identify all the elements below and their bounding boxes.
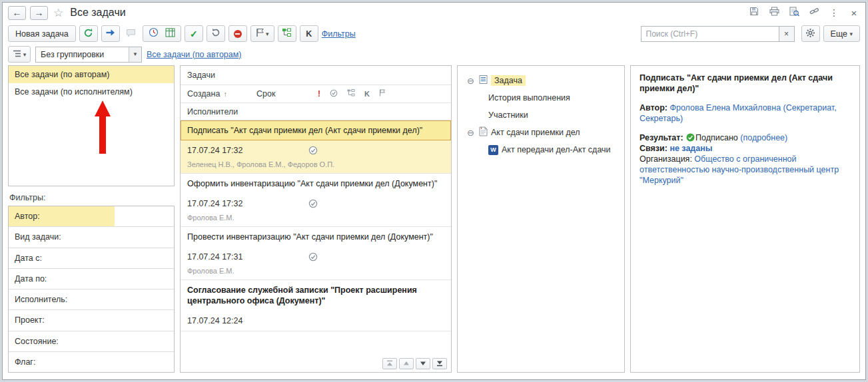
go-up-icon — [403, 359, 410, 369]
view-item-by-authors[interactable]: Все задачи (по авторам) — [9, 66, 174, 83]
link-button[interactable] — [808, 7, 820, 19]
structure-panel: ⊖ Задача История выполнения Участники ⊖ … — [457, 65, 625, 373]
complete-button[interactable]: ✓ — [185, 25, 203, 42]
grouping-select[interactable]: Без группировки ▼ — [35, 47, 142, 63]
window-actions: ⋮ × — [748, 7, 860, 19]
filters-link[interactable]: Фильтры — [322, 29, 356, 39]
filter-date-to[interactable]: Дата по: — [9, 269, 174, 289]
clear-search-button[interactable]: × — [779, 26, 795, 42]
printer-icon — [769, 7, 779, 19]
tree-item-file[interactable]: W Акт передачи дел-Акт сдачи — [462, 141, 620, 158]
reports-button[interactable] — [165, 28, 175, 40]
hierarchy-button[interactable] — [278, 25, 296, 42]
redirect-button[interactable] — [101, 25, 120, 42]
search-input[interactable] — [641, 26, 779, 42]
task-date-row[interactable]: 17.07.24 17:32 — [181, 194, 451, 214]
forward-button[interactable]: → — [30, 6, 48, 20]
filter-author[interactable]: Автор: — [9, 206, 174, 227]
restart-button[interactable] — [207, 25, 225, 42]
organization-label: Организация: — [640, 154, 692, 164]
column-created[interactable]: Создана ↑ — [187, 89, 256, 98]
stop-button[interactable] — [228, 25, 247, 42]
view-item-by-executors[interactable]: Все задачи (по исполнителям) — [9, 83, 174, 100]
author-row: Автор: Фролова Елена Михайловна (Секрета… — [640, 102, 851, 124]
links-value[interactable]: не заданы — [669, 144, 712, 153]
task-title[interactable]: Провести инвентаризацию "Акт сдачи прием… — [181, 227, 451, 247]
flag-column-icon[interactable] — [379, 89, 386, 98]
k-column-icon[interactable]: K — [364, 90, 370, 98]
tree-item-document[interactable]: ⊖ Акт сдачи приемки дел — [462, 124, 620, 141]
task-row[interactable]: Провести инвентаризацию "Акт сдачи прием… — [181, 227, 451, 280]
filter-project[interactable]: Проект: — [9, 310, 174, 331]
back-button[interactable]: ← — [8, 6, 26, 20]
filter-task-kind[interactable]: Вид задачи: — [9, 227, 174, 248]
tree-item-task[interactable]: ⊖ Задача — [462, 72, 620, 89]
completed-status-icon — [308, 199, 318, 208]
filter-flag[interactable]: Флаг: — [9, 352, 174, 372]
sort-asc-icon: ↑ — [223, 90, 227, 98]
new-task-button[interactable]: Новая задача — [8, 25, 76, 42]
task-row[interactable]: Согласование служебной записки "Проект р… — [181, 280, 451, 331]
go-up-button[interactable] — [399, 358, 414, 369]
task-title[interactable]: Оформить инвентаризацию "Акт сдачи прием… — [181, 174, 451, 194]
tree-item-participants[interactable]: Участники — [462, 106, 620, 124]
current-view-link[interactable]: Все задачи (по авторам) — [147, 50, 242, 59]
status-column-icon[interactable] — [330, 89, 338, 99]
views-list: Все задачи (по авторам) Все задачи (по и… — [8, 65, 175, 186]
window-menu-button[interactable]: ⋮ — [828, 7, 840, 19]
task-date-row[interactable]: 17.07.24 12:24 — [181, 311, 451, 331]
task-title[interactable]: Подписать "Акт сдачи приемки дел (Акт сд… — [181, 120, 451, 140]
k-button[interactable]: K — [300, 25, 318, 42]
tree-item-history[interactable]: История выполнения — [462, 89, 620, 106]
completed-status-icon — [308, 146, 318, 155]
filter-executor[interactable]: Исполнитель: — [9, 289, 174, 310]
result-more-link[interactable]: (подробнее) — [740, 133, 787, 142]
comment-button[interactable] — [123, 28, 139, 40]
result-row: Результат: Подписано (подробнее) — [640, 132, 851, 143]
tasks-table-header: Создана ↑ Срок ! K — [181, 85, 451, 103]
hierarchy-icon — [282, 28, 292, 39]
author-link[interactable]: Фролова Елена Михайловна (Секретариат, С… — [640, 103, 837, 123]
floppy-icon — [749, 7, 759, 19]
blue-arrow-icon — [105, 29, 115, 39]
grouping-button[interactable]: ▾ — [8, 46, 31, 63]
postpone-button[interactable] — [149, 27, 159, 40]
details-panel: Подписать "Акт сдачи приемки дел (Акт сд… — [630, 65, 860, 373]
more-label: Еще — [831, 29, 847, 39]
task-created: 17.07.24 17:32 — [187, 199, 242, 208]
flag-icon — [256, 28, 264, 39]
priority-column-icon[interactable]: ! — [318, 89, 320, 98]
column-due[interactable]: Срок — [256, 89, 318, 98]
save-button[interactable] — [748, 7, 760, 19]
go-down-icon — [420, 359, 426, 369]
go-top-button[interactable] — [382, 358, 397, 369]
flag-button[interactable]: ▾ — [250, 25, 274, 42]
task-created: 17.07.24 12:24 — [187, 316, 242, 325]
settings-button[interactable] — [801, 25, 820, 42]
preview-button[interactable] — [788, 7, 800, 19]
filter-date-from[interactable]: Дата с: — [9, 248, 174, 269]
chain-link-icon — [809, 7, 819, 19]
combo-arrow-icon[interactable]: ▼ — [129, 47, 141, 62]
task-date-row[interactable]: 17.07.24 17:32 — [181, 140, 451, 160]
result-label: Результат: — [640, 133, 683, 142]
task-title[interactable]: Согласование служебной записки "Проект р… — [181, 280, 451, 311]
collapse-icon[interactable]: ⊖ — [466, 76, 476, 86]
go-bottom-button[interactable] — [432, 358, 447, 369]
caret-down-icon: ▾ — [849, 31, 853, 37]
collapse-icon[interactable]: ⊖ — [466, 128, 476, 138]
more-button[interactable]: Еще ▾ — [823, 25, 860, 42]
spreadsheet-icon — [165, 28, 175, 39]
refresh-button[interactable] — [79, 25, 98, 42]
print-button[interactable] — [768, 7, 780, 19]
task-row[interactable]: Подписать "Акт сдачи приемки дел (Акт сд… — [181, 120, 451, 174]
close-button[interactable]: × — [848, 7, 860, 19]
go-down-button[interactable] — [416, 358, 430, 369]
hierarchy-column-icon[interactable] — [347, 89, 355, 98]
favorite-star-icon[interactable]: ☆ — [53, 6, 63, 20]
grouping-value: Без группировки — [36, 50, 129, 59]
task-date-row[interactable]: 17.07.24 17:31 — [181, 247, 451, 267]
links-label: Связи: — [640, 144, 667, 153]
task-row[interactable]: Оформить инвентаризацию "Акт сдачи прием… — [181, 174, 451, 227]
filter-state[interactable]: Состояние: — [9, 331, 174, 352]
